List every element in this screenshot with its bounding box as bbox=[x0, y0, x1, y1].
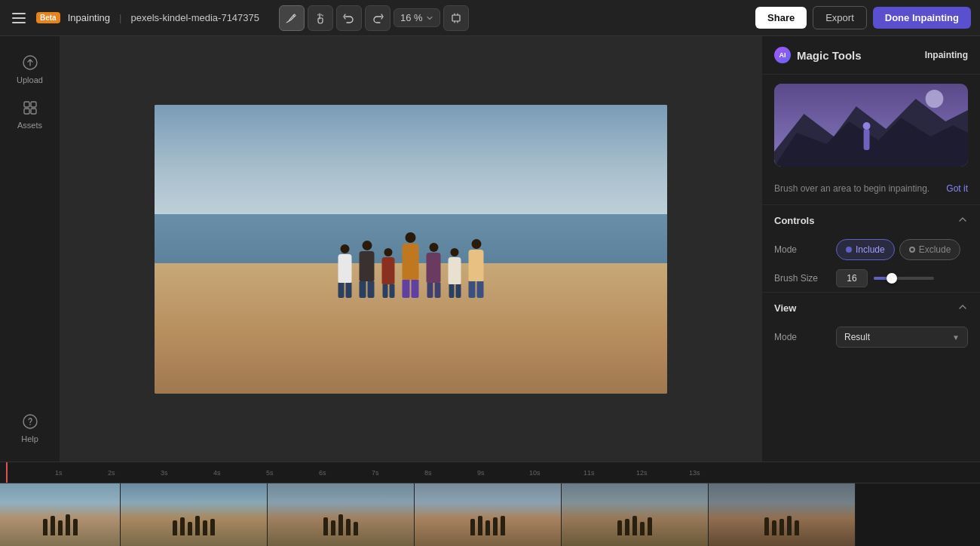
timeline-ruler: 1s 2s 3s 4s 5s 6s 7s 8s 9s 10s 11s 12s 1… bbox=[0, 462, 980, 483]
got-it-link[interactable]: Got it bbox=[946, 182, 968, 195]
view-title: View bbox=[774, 302, 796, 314]
ruler-mark-11s: 11s bbox=[583, 469, 595, 477]
export-button[interactable]: Export bbox=[813, 6, 867, 29]
zoom-control[interactable]: 16 % bbox=[394, 8, 440, 27]
ruler-mark-6s: 6s bbox=[319, 469, 326, 477]
ruler-mark-5s: 5s bbox=[266, 469, 274, 477]
mode-buttons: Include Exclude bbox=[836, 239, 960, 260]
hint-message: Brush over an area to begin inpainting. bbox=[774, 182, 929, 195]
view-mode-select[interactable]: Result ▼ bbox=[836, 327, 968, 348]
controls-title: Controls bbox=[774, 215, 814, 226]
help-label: Help bbox=[21, 434, 38, 443]
select-arrow-icon: ▼ bbox=[952, 333, 960, 342]
left-sidebar: Upload Assets Help bbox=[0, 36, 60, 462]
topbar: Beta Inpainting | pexels-kindel-media-71… bbox=[0, 0, 980, 36]
bottom-area: 1s 2s 3s 4s 5s 6s 7s 8s 9s 10s 11s 12s 1… bbox=[0, 462, 980, 546]
exclude-label: Exclude bbox=[919, 244, 951, 255]
sidebar-item-assets[interactable]: Assets bbox=[0, 94, 60, 136]
ruler-mark-13s: 13s bbox=[689, 469, 700, 477]
include-mode-button[interactable]: Include bbox=[836, 239, 895, 260]
view-mode-value: Result bbox=[844, 332, 870, 342]
svg-rect-3 bbox=[31, 102, 36, 107]
controls-section-header: Controls bbox=[762, 204, 980, 235]
ruler-mark-3s: 3s bbox=[161, 469, 168, 477]
view-section-header: View bbox=[762, 292, 980, 322]
filmstrip-frame bbox=[121, 483, 268, 546]
ruler-mark-12s: 12s bbox=[636, 469, 648, 477]
exclude-dot-icon bbox=[909, 247, 915, 253]
brush-size-label: Brush Size bbox=[774, 273, 828, 284]
brush-tool-button[interactable] bbox=[279, 5, 305, 31]
brush-size-control: 16 bbox=[836, 269, 934, 287]
panel-title: Magic Tools bbox=[797, 49, 862, 62]
ruler-mark-7s: 7s bbox=[372, 469, 379, 477]
beta-badge: Beta bbox=[36, 12, 60, 23]
brush-size-slider[interactable] bbox=[874, 277, 934, 280]
exclude-mode-button[interactable]: Exclude bbox=[899, 239, 961, 260]
filmstrip-frame bbox=[709, 483, 856, 546]
mode-control-row: Mode Include Exclude bbox=[762, 235, 980, 265]
right-panel: AI Magic Tools Inpainting bbox=[761, 36, 980, 462]
panel-title-group: AI Magic Tools bbox=[774, 47, 862, 63]
brush-size-input[interactable]: 16 bbox=[836, 269, 868, 287]
controls-collapse-button[interactable] bbox=[957, 214, 968, 227]
zoom-level: 16 % bbox=[400, 12, 423, 23]
mode-label: Mode bbox=[774, 244, 828, 255]
ai-icon: AI bbox=[774, 47, 791, 63]
inpainting-preview bbox=[774, 84, 968, 167]
svg-point-7 bbox=[29, 424, 31, 425]
filename-label: pexels-kindel-media-7147375 bbox=[130, 12, 259, 23]
ruler-mark-8s: 8s bbox=[424, 469, 432, 477]
canvas-area[interactable] bbox=[60, 36, 761, 462]
brush-size-row: Brush Size 16 bbox=[762, 265, 980, 292]
ruler-mark-4s: 4s bbox=[213, 469, 221, 477]
svg-rect-12 bbox=[864, 129, 870, 150]
done-inpainting-button[interactable]: Done Inpainting bbox=[873, 7, 971, 29]
view-mode-row: Mode Result ▼ bbox=[762, 322, 980, 352]
filmstrip-frame bbox=[415, 483, 562, 546]
canvas-image[interactable] bbox=[155, 105, 667, 394]
svg-rect-2 bbox=[24, 102, 29, 107]
fit-screen-button[interactable] bbox=[443, 5, 469, 31]
redo-button[interactable] bbox=[365, 5, 390, 31]
right-panel-header: AI Magic Tools Inpainting bbox=[762, 36, 980, 75]
main-area: Upload Assets Help bbox=[0, 36, 980, 462]
sidebar-item-upload[interactable]: Upload bbox=[0, 48, 60, 90]
filmstrip-frame bbox=[562, 483, 709, 546]
hand-tool-button[interactable] bbox=[308, 5, 333, 31]
menu-icon[interactable] bbox=[9, 10, 29, 26]
include-label: Include bbox=[856, 244, 885, 255]
brush-size-thumb[interactable] bbox=[887, 273, 897, 284]
ruler-mark-10s: 10s bbox=[529, 469, 541, 477]
undo-button[interactable] bbox=[336, 5, 362, 31]
sidebar-item-help[interactable]: Help bbox=[0, 407, 60, 449]
ruler-mark-1s: 1s bbox=[55, 469, 63, 477]
assets-label: Assets bbox=[17, 121, 42, 130]
title-divider: | bbox=[119, 12, 121, 23]
svg-rect-4 bbox=[24, 109, 29, 114]
ruler-mark-9s: 9s bbox=[477, 469, 485, 477]
svg-point-13 bbox=[863, 122, 871, 130]
topbar-actions: Share Export Done Inpainting bbox=[755, 6, 971, 29]
share-button[interactable]: Share bbox=[755, 7, 807, 29]
svg-point-9 bbox=[926, 90, 944, 108]
filmstrip-frame bbox=[268, 483, 415, 546]
toolbar-tools: 16 % bbox=[279, 5, 469, 31]
hint-row: Brush over an area to begin inpainting. … bbox=[762, 176, 980, 204]
app-title: Inpainting bbox=[68, 12, 110, 23]
view-collapse-button[interactable] bbox=[957, 302, 968, 314]
upload-label: Upload bbox=[17, 75, 43, 84]
svg-rect-0 bbox=[452, 15, 460, 21]
svg-rect-5 bbox=[31, 109, 36, 114]
include-dot-icon bbox=[846, 247, 852, 253]
view-mode-label: Mode bbox=[774, 332, 828, 342]
filmstrip[interactable] bbox=[0, 483, 980, 546]
inpainting-tab[interactable]: Inpainting bbox=[925, 50, 968, 60]
filmstrip-frame bbox=[0, 483, 121, 546]
ruler-mark-2s: 2s bbox=[108, 469, 115, 477]
